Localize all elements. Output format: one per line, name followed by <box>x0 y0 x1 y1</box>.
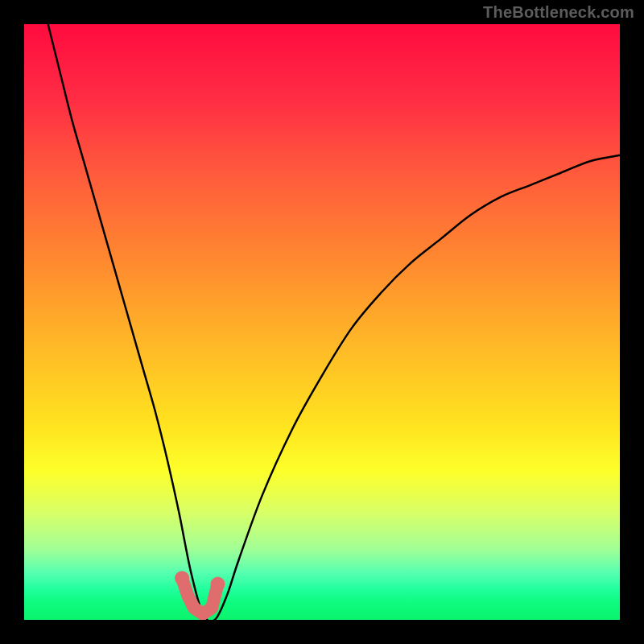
watermark-text: TheBottleneck.com <box>483 3 634 22</box>
chart-frame: TheBottleneck.com <box>0 0 644 644</box>
plot-area <box>24 24 620 620</box>
curve-svg <box>24 24 620 620</box>
trough-marker-dot <box>175 571 189 585</box>
trough-marker-dot <box>211 577 225 592</box>
bottleneck-curve <box>48 24 620 620</box>
